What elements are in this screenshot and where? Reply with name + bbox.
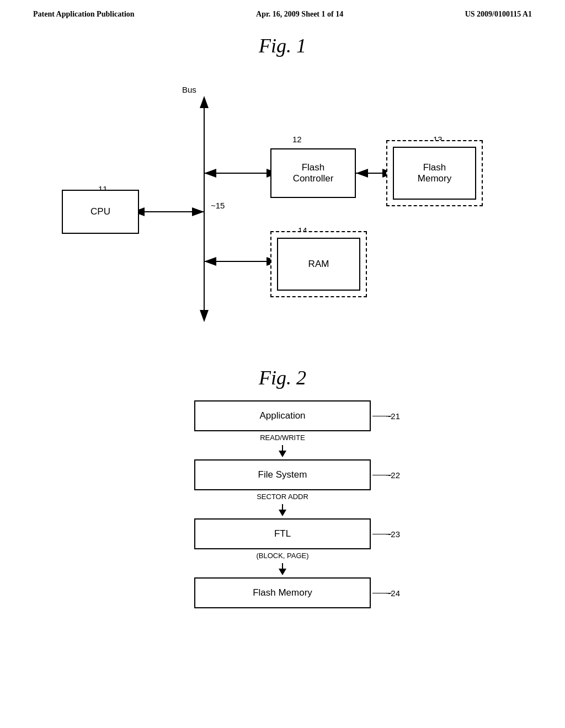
flash-memory-inner-box: Flash Memory xyxy=(393,147,476,200)
svg-marker-5 xyxy=(192,207,204,216)
fig2-arrow2-wrap: SECTOR ADDR xyxy=(194,490,371,518)
fig2-arrow1-wrap: READ/WRITE xyxy=(194,431,371,459)
fig2-flashmem-box: Flash Memory ~24 xyxy=(194,577,371,608)
fig2-arrow2-down xyxy=(277,502,288,518)
flash-memory-outer-box: Flash Memory xyxy=(386,140,483,206)
svg-marker-14 xyxy=(204,257,216,266)
ram-outer-box: RAM xyxy=(270,231,367,297)
fig2-arrow1-down xyxy=(277,443,288,459)
ref15-label: ~15 xyxy=(211,201,225,210)
svg-marker-18 xyxy=(279,510,286,516)
fig2-ref23-line xyxy=(372,534,392,534)
svg-marker-11 xyxy=(356,169,368,178)
fig2-stack: Application ~21 READ/WRITE File System ~… xyxy=(0,395,565,608)
bus-label: Bus xyxy=(182,85,196,94)
fig2-ref22-line xyxy=(372,475,392,475)
header-left: Patent Application Publication xyxy=(33,10,135,19)
svg-marker-1 xyxy=(200,96,209,108)
fig2-ftl-wrap: FTL ~23 xyxy=(194,518,371,549)
fig2-filesystem-box: File System ~22 xyxy=(194,459,371,490)
fig2-arrow3-down xyxy=(277,561,288,577)
fig2-filesystem-wrap: File System ~22 xyxy=(194,459,371,490)
fig2-filesystem-label: File System xyxy=(258,469,307,480)
fig2-ftl-box: FTL ~23 xyxy=(194,518,371,549)
fig2-application-label: Application xyxy=(259,410,305,421)
fig2-arrow3-wrap: (BLOCK, PAGE) xyxy=(194,549,371,577)
fig1-diagram: Bus 11 12 13 14 ~15 CPU Flash Controller… xyxy=(0,63,565,350)
fig2-diagram: Application ~21 READ/WRITE File System ~… xyxy=(0,395,565,660)
fig2-application-box: Application ~21 xyxy=(194,400,371,431)
header-center: Apr. 16, 2009 Sheet 1 of 14 xyxy=(256,10,343,19)
ram-inner-box: RAM xyxy=(277,238,360,291)
flash-controller-box: Flash Controller xyxy=(270,148,356,198)
fig2-ref24-line xyxy=(372,593,392,593)
fig2-ref21-line xyxy=(372,416,392,416)
fig2-arrow1-label: READ/WRITE xyxy=(260,431,305,443)
fig2-flashmem-label: Flash Memory xyxy=(253,587,312,598)
fig2-ftl-label: FTL xyxy=(274,528,291,539)
fig2-arrow3-label: (BLOCK, PAGE) xyxy=(256,549,308,561)
ref12-label: 12 xyxy=(292,135,302,144)
svg-marker-2 xyxy=(200,310,209,322)
svg-marker-20 xyxy=(279,569,286,575)
svg-marker-16 xyxy=(279,451,286,457)
fig2-title: Fig. 2 xyxy=(0,366,565,389)
header-right: US 2009/0100115 A1 xyxy=(465,10,532,19)
fig2-flashmem-wrap: Flash Memory ~24 xyxy=(194,577,371,608)
fig2-arrow2-label: SECTOR ADDR xyxy=(257,490,308,502)
svg-marker-8 xyxy=(204,169,216,178)
page-header: Patent Application Publication Apr. 16, … xyxy=(0,0,565,23)
fig1-title: Fig. 1 xyxy=(0,34,565,57)
fig2-application-wrap: Application ~21 xyxy=(194,400,371,431)
cpu-box: CPU xyxy=(62,190,139,234)
